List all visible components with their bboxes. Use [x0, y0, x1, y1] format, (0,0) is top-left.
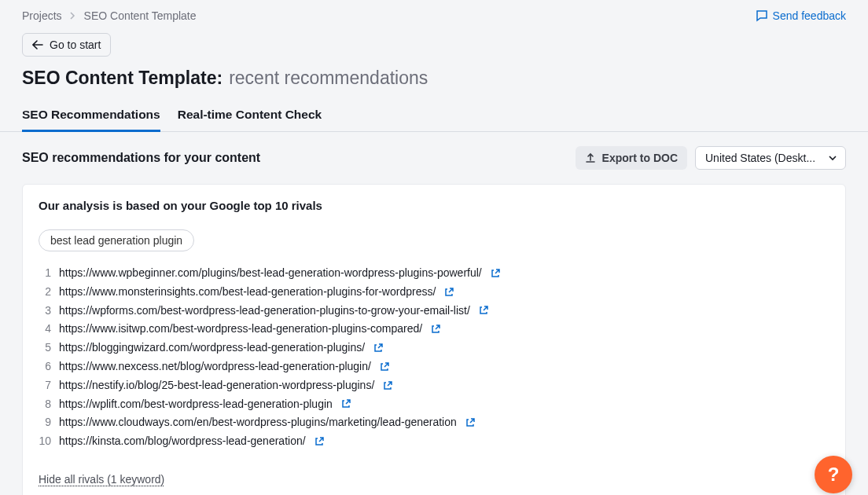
locale-select-value: United States (Deskt... — [705, 152, 815, 164]
external-link-icon[interactable] — [430, 324, 441, 335]
rival-num: 7 — [39, 376, 51, 395]
external-link-icon[interactable] — [373, 343, 384, 354]
rival-num: 6 — [39, 358, 51, 376]
keyword-chip[interactable]: best lead generation plugin — [39, 229, 194, 251]
rival-url: https://bloggingwizard.com/wordpress-lea… — [59, 339, 365, 358]
tab-seo-recommendations[interactable]: SEO Recommendations — [22, 108, 160, 131]
rival-num: 4 — [39, 320, 51, 339]
help-fab[interactable]: ? — [815, 456, 852, 493]
rival-num: 1 — [39, 264, 51, 283]
external-link-icon[interactable] — [465, 417, 476, 428]
rival-row: 1https://www.wpbeginner.com/plugins/best… — [39, 264, 829, 283]
page-title: SEO Content Template: recent recommendat… — [22, 68, 846, 89]
feedback-icon — [756, 9, 768, 22]
rival-row: 5https://bloggingwizard.com/wordpress-le… — [39, 339, 829, 358]
external-link-icon[interactable] — [478, 305, 489, 316]
external-link-icon[interactable] — [340, 398, 351, 409]
card-title: Our analysis is based on your Google top… — [39, 199, 829, 212]
rival-row: 8https://wplift.com/best-wordpress-lead-… — [39, 395, 829, 414]
rival-url: https://www.cloudways.com/en/best-wordpr… — [59, 413, 457, 432]
chevron-right-icon — [70, 12, 76, 20]
breadcrumb-current: SEO Content Template — [84, 9, 197, 22]
rival-url: https://www.monsterinsights.com/best-lea… — [59, 283, 436, 302]
rival-row: 4https://www.isitwp.com/best-wordpress-l… — [39, 320, 829, 339]
rival-num: 8 — [39, 395, 51, 414]
rival-num: 5 — [39, 339, 51, 358]
rival-url: https://nestify.io/blog/25-best-lead-gen… — [59, 376, 374, 395]
chevron-down-icon — [828, 155, 837, 161]
section-title: SEO recommendations for your content — [22, 151, 260, 165]
go-to-start-button[interactable]: Go to start — [22, 33, 111, 57]
external-link-icon[interactable] — [379, 361, 390, 372]
rival-row: 10https://kinsta.com/blog/wordpress-lead… — [39, 432, 829, 451]
rival-row: 3https://wpforms.com/best-wordpress-lead… — [39, 302, 829, 321]
rival-url: https://www.wpbeginner.com/plugins/best-… — [59, 264, 482, 283]
rival-num: 2 — [39, 283, 51, 302]
rival-url: https://wplift.com/best-wordpress-lead-g… — [59, 395, 333, 414]
rival-row: 9https://www.cloudways.com/en/best-wordp… — [39, 413, 829, 432]
arrow-left-icon — [32, 40, 43, 50]
external-link-icon[interactable] — [490, 268, 501, 279]
tabs: SEO Recommendations Real-time Content Ch… — [0, 108, 868, 132]
page-title-suffix: recent recommendations — [229, 68, 428, 89]
rival-row: 7https://nestify.io/blog/25-best-lead-ge… — [39, 376, 829, 395]
export-label: Export to DOC — [602, 152, 678, 164]
tab-realtime-content-check[interactable]: Real-time Content Check — [178, 108, 322, 131]
rival-row: 2https://www.monsterinsights.com/best-le… — [39, 283, 829, 302]
rival-url: https://wpforms.com/best-wordpress-lead-… — [59, 302, 470, 321]
external-link-icon[interactable] — [443, 287, 454, 298]
external-link-icon[interactable] — [314, 436, 325, 447]
rival-list: 1https://www.wpbeginner.com/plugins/best… — [39, 264, 829, 451]
send-feedback-link[interactable]: Send feedback — [756, 9, 846, 22]
feedback-label: Send feedback — [773, 9, 846, 22]
upload-icon — [585, 152, 596, 163]
rival-url: https://kinsta.com/blog/wordpress-lead-g… — [59, 432, 306, 451]
rival-num: 3 — [39, 302, 51, 321]
rival-url: https://www.isitwp.com/best-wordpress-le… — [59, 320, 422, 339]
rivals-card: Our analysis is based on your Google top… — [22, 184, 846, 495]
hide-all-rivals-link[interactable]: Hide all rivals (1 keyword) — [39, 473, 164, 486]
rival-num: 9 — [39, 413, 51, 432]
external-link-icon[interactable] — [382, 380, 393, 391]
export-to-doc-button[interactable]: Export to DOC — [576, 146, 687, 170]
page-title-prefix: SEO Content Template: — [22, 68, 223, 89]
rival-num: 10 — [39, 432, 51, 451]
breadcrumb-root[interactable]: Projects — [22, 9, 62, 22]
rival-row: 6https://www.nexcess.net/blog/wordpress-… — [39, 358, 829, 376]
breadcrumb: Projects SEO Content Template — [22, 9, 197, 22]
rival-url: https://www.nexcess.net/blog/wordpress-l… — [59, 358, 371, 376]
go-to-start-label: Go to start — [50, 38, 101, 51]
locale-select[interactable]: United States (Deskt... — [695, 146, 846, 170]
